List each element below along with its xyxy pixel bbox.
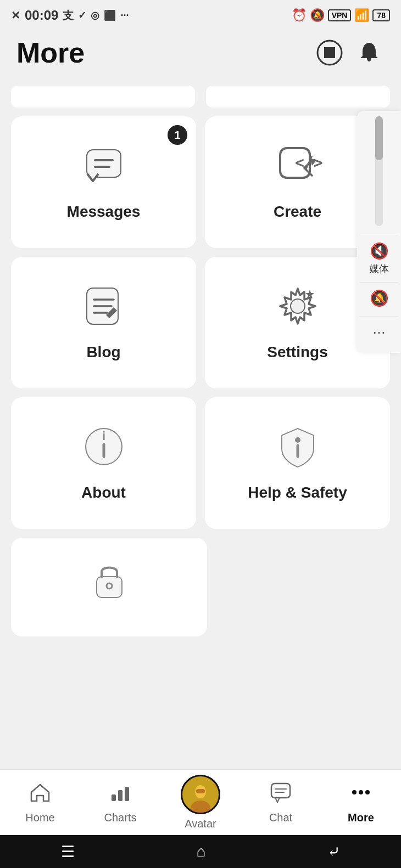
bottom-tab-bar: Home Charts Avatar — [0, 769, 401, 835]
page-title: More — [16, 36, 85, 69]
system-menu-icon[interactable]: ☰ — [61, 843, 75, 861]
status-bar: ✕ 00:09 支 ✓ ◎ ⬛ ··· ⏰ 🔕 VPN 📶 78 — [0, 0, 401, 31]
svg-rect-30 — [125, 787, 129, 801]
more-dots-icon: ··· — [120, 10, 129, 21]
tab-charts[interactable]: Charts — [80, 781, 160, 824]
top-banner-left — [11, 86, 195, 108]
app-icon: ⬛ — [104, 9, 116, 21]
mute-bell-icon: 🔕 — [370, 289, 389, 307]
settings-icon — [276, 284, 320, 330]
status-left: ✕ 00:09 支 ✓ ◎ ⬛ ··· — [11, 8, 129, 23]
chat-icon — [270, 781, 292, 808]
messages-icon — [82, 144, 126, 190]
alarm-icon: ⏰ — [292, 8, 307, 22]
mute-bell-item[interactable]: 🔕 — [360, 282, 398, 316]
alipay-icon: 支 — [63, 8, 74, 23]
more-tab-label: More — [348, 811, 374, 824]
header: More — [0, 31, 401, 80]
messages-item[interactable]: 1 Messages — [11, 116, 196, 248]
tab-home[interactable]: Home — [0, 781, 80, 824]
empty-cell — [216, 538, 390, 636]
scrollbar-thumb — [375, 116, 383, 160]
tab-chat[interactable]: Chat — [241, 781, 321, 824]
grid-row-1: 1 Messages </> — [11, 116, 390, 248]
about-label: About — [81, 484, 126, 501]
home-tab-label: Home — [25, 811, 54, 824]
stop-button[interactable] — [314, 37, 345, 68]
blog-item[interactable]: Blog — [11, 257, 196, 388]
svg-point-23 — [295, 437, 300, 443]
messages-label: Messages — [67, 203, 141, 221]
menu-grid: 1 Messages </> — [11, 116, 390, 636]
grid-row-2: Blog Settings — [11, 257, 390, 388]
svg-rect-36 — [271, 784, 290, 798]
svg-text:i: i — [102, 429, 105, 443]
home-icon — [29, 781, 51, 808]
status-time: 00:09 — [25, 8, 58, 23]
settings-label: Settings — [267, 343, 327, 361]
main-content: 1 Messages </> — [0, 80, 401, 647]
messages-badge: 1 — [168, 125, 187, 145]
top-banners — [11, 86, 390, 108]
chat-tab-label: Chat — [269, 811, 292, 824]
avatar-tab-label: Avatar — [185, 818, 216, 830]
blog-icon — [82, 284, 126, 330]
tab-more[interactable]: More — [321, 781, 401, 824]
vpn-badge: VPN — [328, 9, 352, 21]
scrollbar-overlay: 🔇 媒体 🔕 ··· — [357, 111, 401, 353]
about-item[interactable]: i About — [11, 397, 196, 529]
about-icon: i — [82, 425, 126, 471]
help-safety-item[interactable]: Help & Safety — [205, 397, 390, 529]
system-nav-bar: ☰ ⌂ ⤶ — [0, 835, 401, 868]
scrollbar-track[interactable] — [375, 116, 383, 226]
mute-media-item[interactable]: 🔇 媒体 — [360, 235, 398, 282]
svg-rect-26 — [97, 577, 121, 597]
grid-row-3: i About Help & Safety — [11, 397, 390, 529]
top-banner-right — [206, 86, 390, 108]
system-home-icon[interactable]: ⌂ — [197, 843, 206, 860]
no-notification-icon: 🔕 — [310, 8, 325, 22]
svg-rect-35 — [196, 789, 205, 793]
mute-media-icon: 🔇 — [370, 242, 389, 260]
blog-label: Blog — [86, 343, 120, 361]
create-icon: </> — [276, 144, 320, 190]
lock-icon — [87, 557, 131, 604]
help-safety-icon — [276, 425, 320, 471]
help-safety-label: Help & Safety — [248, 484, 347, 501]
bell-icon — [356, 40, 382, 66]
svg-rect-1 — [324, 47, 335, 58]
grid-row-4 — [11, 538, 390, 636]
tab-avatar[interactable]: Avatar — [160, 775, 241, 830]
close-icon: ✕ — [11, 9, 20, 22]
partial-item[interactable] — [11, 538, 207, 636]
status-right: ⏰ 🔕 VPN 📶 78 — [292, 8, 390, 22]
charts-tab-label: Charts — [104, 811, 137, 824]
battery-icon: 78 — [372, 9, 390, 21]
more-tab-icon — [350, 781, 372, 808]
check-icon: ✓ — [78, 9, 86, 21]
charts-icon — [109, 781, 131, 808]
wifi-icon: 📶 — [354, 8, 369, 22]
mute-media-label: 媒体 — [369, 262, 389, 275]
svg-rect-3 — [87, 150, 120, 177]
stop-icon — [316, 40, 343, 66]
more-overlay-dots[interactable]: ··· — [360, 316, 398, 347]
header-actions — [314, 37, 385, 68]
bell-button[interactable] — [354, 37, 385, 68]
svg-point-40 — [359, 790, 363, 794]
create-label: Create — [274, 203, 321, 221]
svg-point-39 — [352, 790, 357, 794]
svg-point-41 — [365, 790, 370, 794]
svg-point-17 — [291, 300, 304, 313]
system-back-icon[interactable]: ⤶ — [327, 843, 340, 861]
svg-rect-28 — [112, 794, 116, 801]
sync-icon: ◎ — [91, 9, 99, 21]
svg-rect-29 — [118, 790, 122, 801]
avatar-icon — [181, 775, 220, 814]
